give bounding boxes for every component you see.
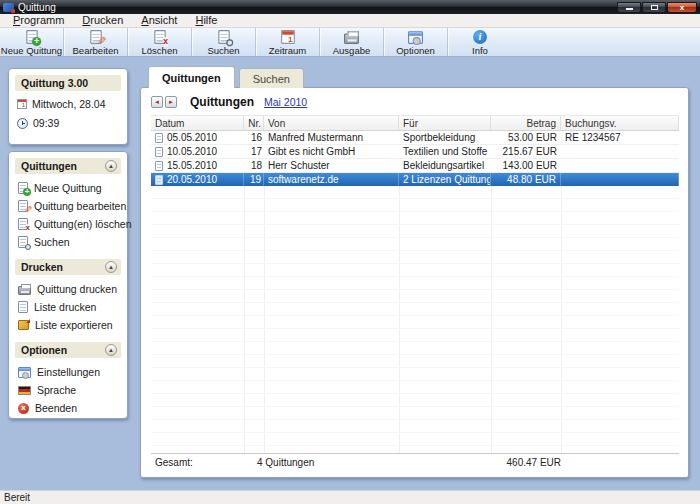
doc-delete-icon: [154, 30, 166, 44]
sidebar-item-label: Beenden: [35, 402, 77, 414]
doc-new-icon: [26, 30, 38, 44]
sidebar-item[interactable]: Beenden: [15, 399, 121, 417]
sidebar-section-items: Einstellungen Sprache Beenden: [15, 363, 121, 417]
cell-buchungsv: RE 1234567: [561, 131, 679, 144]
minimize-button[interactable]: [617, 2, 641, 13]
tab-bar: Quittungen Suchen: [148, 66, 308, 88]
previous-period-button[interactable]: ◄: [151, 96, 163, 108]
menu-item[interactable]: Hilfe: [186, 14, 226, 27]
column-header-betrag[interactable]: Betrag: [491, 116, 561, 130]
doc-new-icon: [18, 182, 28, 194]
flag-de-icon: [18, 386, 31, 395]
period-link[interactable]: Mai 2010: [264, 96, 307, 108]
sidebar-item-label: Suchen: [34, 236, 70, 248]
collapse-button[interactable]: ▲: [105, 160, 117, 172]
collapse-button[interactable]: ▲: [105, 344, 117, 356]
menu-bar: ProgrammDruckenAnsichtHilfe: [0, 14, 700, 28]
toolbar-button-label: Bearbeiten: [73, 45, 119, 56]
printer-icon: [18, 286, 31, 295]
toolbar-button-label: Info: [472, 45, 488, 56]
table-rows: 05.05.2010 16 Manfred Mustermann Sportbe…: [151, 131, 679, 186]
table-row[interactable]: 05.05.2010 16 Manfred Mustermann Sportbe…: [151, 131, 679, 145]
close-icon: x: [680, 3, 684, 12]
clock-icon: [17, 118, 28, 129]
sidebar-item[interactable]: Liste exportieren: [15, 316, 121, 334]
toolbar-button[interactable]: Zeitraum: [256, 28, 320, 56]
table-row[interactable]: 10.05.2010 17 Gibt es nicht GmbH Textili…: [151, 145, 679, 159]
calendar-icon: [281, 30, 295, 44]
cell-nr: 17: [244, 145, 264, 158]
sidebar-item[interactable]: Neue Quittung: [15, 179, 121, 197]
status-text: Bereit: [4, 492, 30, 503]
toolbar-button[interactable]: Ausgabe: [320, 28, 384, 56]
cell-buchungsv: [561, 145, 679, 158]
cell-fuer: Sportbekleidung: [399, 131, 491, 144]
menu-item[interactable]: Drucken: [73, 14, 132, 27]
cell-nr: 16: [244, 131, 264, 144]
column-header-nr[interactable]: Nr.: [244, 116, 264, 130]
content-area: Quittung 3.00 Mittwoch, 28.04 09:39 Quit…: [0, 57, 700, 490]
column-header-datum[interactable]: Datum: [151, 116, 244, 130]
sidebar-item[interactable]: Quittung(en) löschen: [15, 215, 121, 233]
toolbar-button-label: Neue Quittung: [1, 45, 62, 56]
cell-betrag: 48.80 EUR: [491, 173, 561, 186]
sidebar-item-label: Quittung(en) löschen: [34, 218, 131, 230]
title-bar: Quittung x: [0, 0, 700, 14]
doc-icon: [18, 301, 28, 313]
total-label: Gesamt:: [151, 457, 257, 468]
cell-von: softwarenetz.de: [264, 173, 399, 186]
sidebar-item-label: Einstellungen: [37, 366, 100, 378]
cell-betrag: 143.00 EUR: [491, 159, 561, 172]
sidebar-section: Optionen ▲ Einstellungen Sprache Beenden: [15, 342, 121, 417]
column-header-buchungsv[interactable]: Buchungsv.: [561, 116, 679, 130]
tab-suchen[interactable]: Suchen: [239, 68, 304, 88]
toolbar-button[interactable]: Suchen: [192, 28, 256, 56]
table-row[interactable]: 20.05.2010 19 softwarenetz.de 2 Lizenzen…: [151, 173, 679, 186]
sidebar-item-label: Quittung bearbeiten: [34, 200, 126, 212]
column-header-fuer[interactable]: Für: [399, 116, 491, 130]
sidebar-section-items: Neue Quittung Quittung bearbeiten Quittu…: [15, 179, 121, 251]
receipt-icon: [155, 175, 163, 185]
menu-item[interactable]: Ansicht: [132, 14, 186, 27]
toolbar-button[interactable]: Info: [448, 28, 512, 56]
app-window: Quittung x ProgrammDruckenAnsichtHilfe N…: [0, 0, 700, 504]
toolbar-button[interactable]: Neue Quittung: [0, 28, 64, 56]
toolbar: Neue Quittung Bearbeiten Löschen Suchen …: [0, 28, 700, 57]
maximize-button[interactable]: [642, 2, 666, 13]
cell-buchungsv: [561, 173, 679, 186]
sidebar-item-label: Quittung drucken: [37, 283, 117, 295]
cell-datum: 20.05.2010: [167, 173, 217, 186]
sidebar-item[interactable]: Suchen: [15, 233, 121, 251]
sidebar-item[interactable]: Sprache: [15, 381, 121, 399]
cell-von: Herr Schuster: [264, 159, 399, 172]
table-empty-area: [151, 186, 679, 453]
current-time: 09:39: [33, 117, 59, 129]
toolbar-button-label: Suchen: [207, 45, 239, 56]
main-panel: ◄ ► Quittungen Mai 2010 Datum Nr. Von Fü…: [140, 87, 689, 478]
cell-fuer: Bekleidungsartikel: [399, 159, 491, 172]
info-icon: [473, 30, 487, 44]
sidebar-item[interactable]: Quittung drucken: [15, 280, 121, 298]
toolbar-button[interactable]: Optionen: [384, 28, 448, 56]
sidebar-section-header: Quittungen ▲: [15, 158, 121, 174]
table-row[interactable]: 15.05.2010 18 Herr Schuster Bekleidungsa…: [151, 159, 679, 173]
toolbar-button[interactable]: Löschen: [128, 28, 192, 56]
info-panel-header: Quittung 3.00: [15, 75, 121, 91]
cell-fuer: Textilien und Stoffe: [399, 145, 491, 158]
close-button[interactable]: x: [667, 2, 697, 13]
sidebar-item[interactable]: Einstellungen: [15, 363, 121, 381]
toolbar-button[interactable]: Bearbeiten: [64, 28, 128, 56]
tab-quittungen[interactable]: Quittungen: [148, 66, 235, 88]
page-title: Quittungen: [190, 95, 254, 109]
cell-datum: 10.05.2010: [167, 145, 217, 158]
receipts-table: Datum Nr. Von Für Betrag Buchungsv. 05.0…: [151, 115, 679, 471]
receipt-icon: [155, 161, 163, 171]
collapse-button[interactable]: ▲: [105, 261, 117, 273]
next-period-button[interactable]: ►: [165, 96, 177, 108]
sidebar-item[interactable]: Liste drucken: [15, 298, 121, 316]
column-header-von[interactable]: Von: [264, 116, 399, 130]
menu-item[interactable]: Programm: [4, 14, 73, 27]
sidebar-item[interactable]: Quittung bearbeiten: [15, 197, 121, 215]
toolbar-button-label: Optionen: [396, 45, 435, 56]
cell-nr: 19: [244, 173, 264, 186]
